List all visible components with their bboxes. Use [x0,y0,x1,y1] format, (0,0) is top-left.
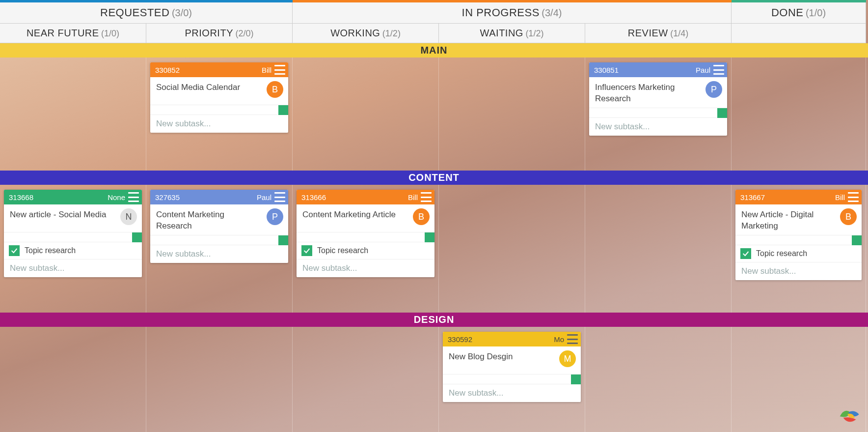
new-subtask-input[interactable]: New subtask... [4,259,142,277]
swimlane-label: MAIN [420,45,447,56]
new-subtask-input[interactable]: New subtask... [735,262,862,280]
cell-design-waiting[interactable]: 330592 Mo New Blog Desgin M New subtask.… [439,327,585,432]
hamburger-icon[interactable] [128,192,139,202]
avatar[interactable]: B [840,208,857,225]
cell-design-priority[interactable] [146,327,293,432]
card-assignee: Mo [554,335,564,344]
card-327635[interactable]: 327635 Paul Content Marketing Research P… [150,190,288,263]
subtask-row[interactable]: Topic research [4,242,142,259]
cell-content-working[interactable]: 313666 Bill Content Marketing Article B … [293,185,439,313]
checkbox-icon[interactable] [9,245,20,256]
card-title: New Article - Digital Marketing [741,209,834,232]
subtask-label: Topic research [756,249,807,258]
column-done[interactable]: DONE (1/0) [732,2,866,24]
swimlane-content-body: 313668 None New article - Social Media N… [0,185,868,313]
cell-content-near-future[interactable]: 313668 None New article - Social Media N… [0,185,146,313]
subcolumn-near-future[interactable]: NEAR FUTURE (1/0) [0,24,146,43]
new-subtask-input[interactable]: New subtask... [150,115,288,133]
hamburger-icon[interactable] [274,65,285,75]
column-count: (1/0) [806,7,826,18]
card-330851[interactable]: 330851 Paul Influencers Marketing Resear… [589,62,727,136]
subcolumn-count: (1/2) [525,29,543,38]
card-title: Social Media Calendar [156,82,261,93]
checkbox-icon[interactable] [301,245,312,256]
cell-main-done[interactable] [732,58,866,171]
subcolumn-priority[interactable]: PRIORITY (2/0) [146,24,293,43]
avatar[interactable]: N [120,208,137,225]
subcolumn-waiting[interactable]: WAITING (1/2) [439,24,585,43]
subtask-row[interactable]: Topic research [297,242,434,259]
card-id: 313668 [9,193,33,202]
swimlane-design-header[interactable]: DESIGN [0,313,868,327]
new-subtask-input[interactable]: New subtask... [589,117,727,136]
subtask-label: Topic research [25,246,76,255]
status-chip[interactable] [278,105,288,115]
column-count: (3/4) [542,7,562,18]
checkbox-icon[interactable] [740,248,751,259]
card-title: Content Marketing Research [156,209,261,232]
card-body: New article - Social Media N [4,204,142,232]
subcolumn-review[interactable]: REVIEW (1/4) [585,24,732,43]
status-chip[interactable] [132,232,142,242]
hamburger-icon[interactable] [848,192,859,202]
column-label: IN PROGRESS [462,6,540,19]
subcolumn-label: REVIEW [628,28,668,38]
cell-main-near-future[interactable] [0,58,146,171]
card-status-row [150,105,288,115]
cell-main-waiting[interactable] [439,58,585,171]
subtask-row[interactable]: Topic research [735,245,862,262]
card-title: New Blog Desgin [449,351,553,363]
card-313668[interactable]: 313668 None New article - Social Media N… [4,190,142,277]
hamburger-icon[interactable] [421,192,432,202]
status-chip[interactable] [571,374,581,384]
swimlane-content-header[interactable]: CONTENT [0,171,868,185]
status-chip[interactable] [278,235,288,245]
cell-main-review[interactable]: 330851 Paul Influencers Marketing Resear… [585,58,732,171]
cell-main-priority[interactable]: 330852 Bill Social Media Calendar B New … [146,58,293,171]
card-header: 327635 Paul [150,190,288,204]
new-subtask-input[interactable]: New subtask... [150,245,288,263]
cell-design-review[interactable] [585,327,732,432]
swimlane-main-header[interactable]: MAIN [0,43,868,58]
column-requested[interactable]: REQUESTED (3/0) [0,2,293,24]
hamburger-icon[interactable] [713,65,724,75]
status-chip[interactable] [852,235,862,245]
card-id: 313667 [740,193,765,202]
subcolumn-label: NEAR FUTURE [27,28,99,38]
cell-design-near-future[interactable] [0,327,146,432]
status-chip[interactable] [717,108,727,118]
status-chip[interactable] [425,232,434,242]
card-title: Content Marketing Article [302,209,407,221]
brand-logo-icon [836,402,861,427]
card-status-row [589,108,727,117]
new-subtask-input[interactable]: New subtask... [443,384,581,402]
card-313666[interactable]: 313666 Bill Content Marketing Article B … [297,190,434,277]
avatar[interactable]: P [267,208,283,225]
cell-content-priority[interactable]: 327635 Paul Content Marketing Research P… [146,185,293,313]
cell-content-review[interactable] [585,185,732,313]
cell-content-done[interactable]: 313667 Bill New Article - Digital Market… [732,185,866,313]
card-330592[interactable]: 330592 Mo New Blog Desgin M New subtask.… [443,332,581,402]
cell-design-working[interactable] [293,327,439,432]
card-assignee: Bill [408,193,418,202]
card-status-row [297,232,434,242]
cell-content-waiting[interactable] [439,185,585,313]
card-id: 330592 [448,335,472,344]
subcolumn-count: (1/2) [382,29,401,38]
hamburger-icon[interactable] [274,192,285,202]
card-status-row [4,232,142,242]
column-in-progress[interactable]: IN PROGRESS (3/4) [293,2,732,24]
avatar[interactable]: B [413,208,430,225]
card-id: 330851 [594,66,619,74]
cell-main-working[interactable] [293,58,439,171]
subcolumn-working[interactable]: WORKING (1/2) [293,24,439,43]
column-label: DONE [771,6,804,19]
hamburger-icon[interactable] [567,334,578,344]
avatar[interactable]: M [559,350,576,367]
card-330852[interactable]: 330852 Bill Social Media Calendar B New … [150,62,288,133]
card-313667[interactable]: 313667 Bill New Article - Digital Market… [735,190,862,280]
avatar[interactable]: P [705,81,722,98]
new-subtask-input[interactable]: New subtask... [297,259,434,277]
card-title: Influencers Marketing Research [595,82,700,105]
avatar[interactable]: B [267,81,283,98]
